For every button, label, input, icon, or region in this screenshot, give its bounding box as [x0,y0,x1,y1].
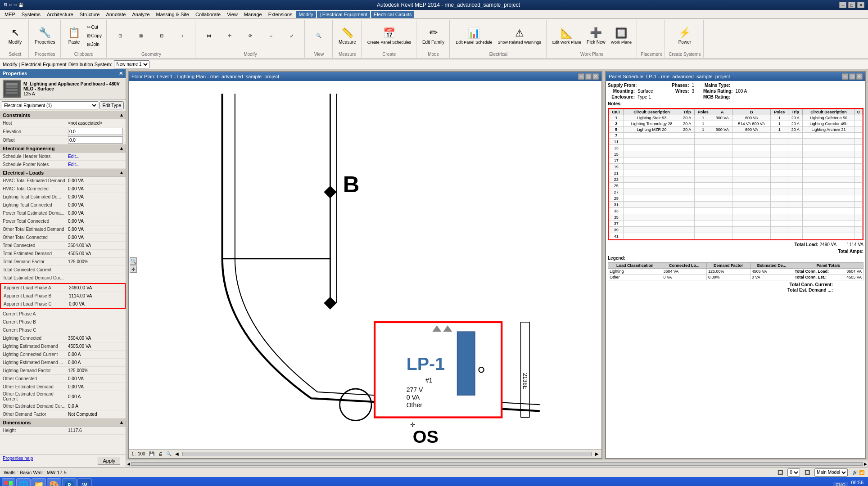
element-selector[interactable]: Electrical Equipment (1) [2,101,98,109]
menu-annotate[interactable]: Annotate [103,11,128,18]
floor-plan-titlebar: Floor Plan: Level 1 - Lighting Plan - rm… [129,72,601,81]
edit-family-btn[interactable]: ✏ Edit Family [420,22,447,50]
menu-systems[interactable]: Systems [19,11,43,18]
table-row: 21 [609,170,863,176]
paint-btn[interactable]: 🎨 [47,478,61,486]
fp-close-btn[interactable]: ✕ [592,73,599,80]
mirror-btn[interactable]: ↔ [261,22,281,50]
menu-collaborate[interactable]: Collaborate [193,11,223,18]
paste-btn[interactable]: 📋 Paste [64,22,84,50]
geometry-btn1[interactable]: ⊡ [110,22,130,50]
edit-work-plane-btn[interactable]: 📐 Edit Work Plane [550,22,583,50]
ps-header-info: Supply From: Mounting: Surface Enclosure… [608,83,863,99]
properties-ribbon-btn[interactable]: 🔧 Properties [32,22,58,50]
constraints-section[interactable]: Constraints ▴ [0,111,126,119]
measure-btn[interactable]: 📏 Measure [336,22,358,50]
schedule-footer-value[interactable]: Edit... [68,162,123,167]
lighting-est-demand-label: Lighting Estimated Demand [3,344,68,349]
menu-mep[interactable]: MEP [2,11,18,18]
canvas-horizontal-scrollbar[interactable] [131,462,863,466]
nav-zoom-btn[interactable]: 🔍 [130,257,137,265]
height-label: Height [3,428,68,433]
current-phase-b-label: Current Phase B [3,320,68,324]
menu-analyze[interactable]: Analyze [129,11,152,18]
paste-icon: 📋 [68,27,80,39]
lighting-demand-factor-value: 125.000% [68,368,123,373]
electrical-eng-section[interactable]: Electrical Engineering ▴ [0,144,126,153]
fp-scroll-bar[interactable] [182,452,592,456]
c-5 [854,127,862,133]
menu-electrical-equipment[interactable]: | Electrical Equipment [317,11,370,18]
minimize-btn[interactable]: ─ [839,2,846,8]
fp-nav-left-btn[interactable]: ◀ [175,451,179,456]
lighting-est-demand-value: 4505.00 VA [68,344,123,349]
ps-maximize-btn[interactable]: □ [849,73,855,80]
power-btn[interactable]: ⚡ Power [675,22,695,50]
fp-maximize-btn[interactable]: □ [585,73,592,80]
revit-btn[interactable]: R [62,478,77,486]
menu-electrical-circuits[interactable]: Electrical Circuits [371,11,414,18]
fp-zoom-in-btn[interactable]: 🔍 [166,451,172,456]
menu-massing[interactable]: Massing & Site [154,11,192,18]
window-controls[interactable]: ─ □ ✕ [839,2,864,8]
geometry-btn3[interactable]: ⊟ [152,22,172,50]
other-est-demand-cur2-label: Other Estimated Demand Cur... [3,404,68,409]
work-plane-viewer-btn[interactable]: 🔲 Work Plane [609,22,634,50]
array-btn[interactable]: ⤢ [282,22,302,50]
dimensions-section[interactable]: Dimensions ▴ [0,418,126,427]
status-scale-select[interactable]: 0 [787,468,800,477]
edit-type-btn[interactable]: Edit Type [99,101,124,109]
folder-btn[interactable]: 📁 [32,478,46,486]
ie-btn[interactable]: 🌐 [16,478,31,486]
prop-elevation: Elevation [0,127,126,136]
join-btn[interactable]: ⊟ Join [85,40,104,49]
start-btn[interactable] [2,478,15,486]
electrical-loads-section[interactable]: Electrical - Loads ▴ [0,169,126,177]
ps-close-btn[interactable]: ✕ [856,73,863,80]
modify-btn[interactable]: ↖ Modify [5,22,25,50]
pick-new-btn[interactable]: ➕ Pick New [584,22,608,50]
canvas-scrollbar[interactable]: ◀ ▶ [126,460,868,467]
fp-nav-right-btn[interactable]: ▶ [595,451,599,456]
floor-plan-content[interactable]: 🔍 ✛ [129,81,601,449]
cut-btn[interactable]: ✂ Cut [85,23,104,32]
close-properties-btn[interactable]: ✕ [119,71,123,76]
maximize-btn[interactable]: □ [848,2,855,8]
status-model-select[interactable]: Main Model [814,468,848,477]
menu-manage[interactable]: Manage [241,11,265,18]
show-related-warnings-btn[interactable]: ⚠ Show Related Warnings [495,22,543,50]
edit-panel-schedule-btn[interactable]: 📊 Edit Panel Schedule [453,22,494,50]
geometry-btn2[interactable]: ⊠ [131,22,151,50]
view-btn[interactable]: 🔍 [309,22,329,50]
ps-minimize-btn[interactable]: ─ [842,73,848,80]
nav-pan-btn[interactable]: ✛ [130,266,137,273]
table-row: 25 [609,183,863,189]
properties-help-link[interactable]: Properties help [3,456,33,461]
prop-hvac-estimated: HVAC Total Estimated Demand 0.00 VA [0,177,126,185]
align-btn[interactable]: ⋈ [199,22,219,50]
copy-btn[interactable]: ⊞ Copy [85,32,104,40]
menu-modify[interactable]: Modify [296,11,316,18]
total-est-demand-value: 4505.00 VA [68,251,123,256]
status-model-mode-btn[interactable]: 🔲 [805,470,810,475]
close-btn[interactable]: ✕ [857,2,864,8]
move-btn[interactable]: ✛ [220,22,240,50]
geometry-btn4[interactable]: ↕ [172,22,192,50]
total-demand-factor-label: Total Demand Factor [3,259,68,264]
menu-structure[interactable]: Structure [77,11,103,18]
menu-extensions[interactable]: Extensions [266,11,295,18]
apply-btn[interactable]: Apply [98,457,120,465]
prop-power-estimated-dema: Power Total Estimated Dema... 0.00 VA [0,209,126,217]
rotate-btn[interactable]: ⟳ [240,22,260,50]
enclosure-label: Enclosure: [608,94,635,99]
word-btn[interactable]: W [77,478,92,486]
schedule-header-value[interactable]: Edit... [68,154,123,159]
fp-save-btn[interactable]: 💾 [149,451,154,456]
fp-print-btn[interactable]: 🖨 [158,451,163,456]
menu-view[interactable]: View [224,11,240,18]
properties-label: Properties [35,40,55,45]
menu-architecture[interactable]: Architecture [44,11,76,18]
create-panel-schedules-btn[interactable]: 📅 Create Panel Schedules [365,22,413,50]
distribution-system-select[interactable]: New name 1 [114,60,149,68]
fp-minimize-btn[interactable]: ─ [578,73,584,80]
